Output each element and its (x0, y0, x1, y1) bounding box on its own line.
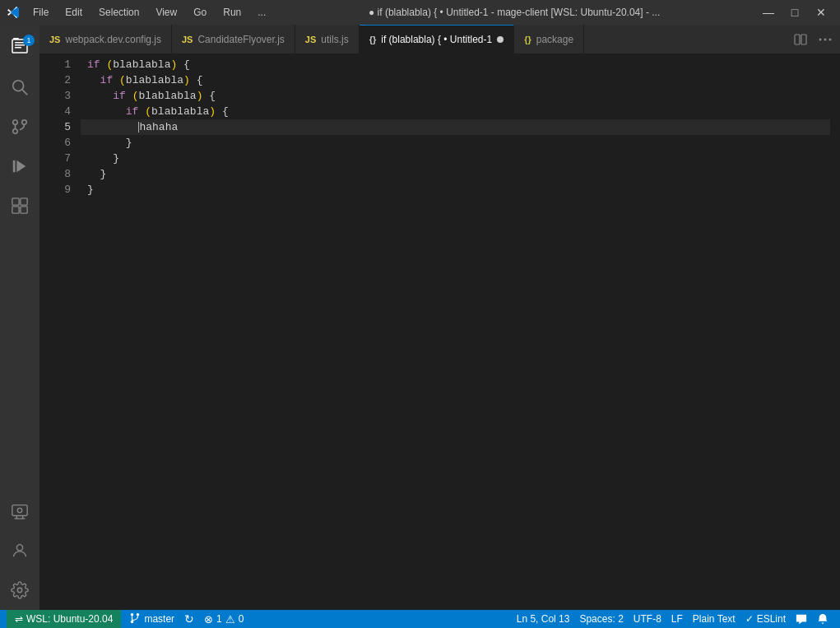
menu-more[interactable]: ... (251, 5, 272, 20)
tab-candidate[interactable]: JS CandidateFlyover.js (172, 25, 295, 53)
title-bar: File Edit Selection View Go Run ... ● if… (0, 0, 840, 25)
minimize-button[interactable]: — (756, 4, 781, 21)
extensions-activity-icon[interactable] (0, 186, 39, 226)
explorer-badge: 1 (23, 35, 35, 46)
code-line-5: hahaha (81, 119, 830, 135)
menu-view[interactable]: View (149, 5, 183, 20)
split-editor-button[interactable] (789, 28, 812, 51)
editor-scrollbar[interactable] (830, 53, 840, 610)
tab-js-icon-3: JS (305, 35, 316, 44)
menu-go[interactable]: Go (187, 5, 213, 20)
tab-utils[interactable]: JS utils.js (295, 25, 360, 53)
close-button[interactable]: ✕ (809, 4, 833, 21)
remote-activity-icon[interactable] (0, 491, 39, 531)
errors-item[interactable]: ⊗ 1 ⚠ 0 (199, 610, 248, 628)
svg-rect-12 (12, 198, 19, 205)
svg-rect-13 (21, 198, 27, 205)
encoding-label: UTF-8 (633, 613, 661, 625)
tab-package-label: package (536, 34, 573, 45)
svg-point-8 (22, 120, 27, 125)
accounts-activity-icon[interactable] (0, 531, 39, 570)
language-mode-item[interactable]: Plain Text (688, 610, 740, 628)
window-title: ● if (blablabla) { • Untitled-1 - mage-c… (279, 7, 750, 18)
editor-content[interactable]: 1 2 3 4 5 6 7 8 9 if (blablabla) { if (b… (39, 53, 840, 610)
tab-js-icon-2: JS (182, 35, 193, 44)
svg-marker-10 (16, 160, 26, 173)
code-line-8: } (81, 166, 830, 182)
activity-bar: 1 (0, 25, 39, 610)
code-line-2: if (blablabla) { (81, 72, 830, 88)
svg-point-5 (13, 81, 24, 91)
svg-point-9 (13, 129, 18, 134)
feedback-icon[interactable] (791, 610, 812, 628)
explorer-icon[interactable]: 1 (0, 28, 39, 67)
svg-point-22 (17, 588, 22, 593)
svg-rect-23 (795, 35, 800, 44)
code-line-4: if (blablabla) { (81, 104, 830, 119)
menu-selection[interactable]: Selection (92, 5, 146, 20)
code-line-9: } (81, 182, 830, 198)
menu-file[interactable]: File (26, 5, 55, 20)
tab-json-icon: {} (524, 35, 531, 44)
warning-icon: ⚠ (225, 613, 235, 626)
remote-label: WSL: Ubuntu-20.04 (26, 613, 113, 625)
error-count: 1 (216, 613, 222, 625)
menu-run[interactable]: Run (216, 5, 248, 20)
line-ending-label: LF (671, 613, 683, 625)
sync-button[interactable]: ↻ (179, 610, 199, 628)
tab-untitled-label: if (blablabla) { • Untitled-1 (381, 34, 492, 45)
svg-point-20 (17, 508, 22, 513)
code-line-7: } (81, 151, 830, 166)
git-branch-item[interactable]: master (124, 610, 179, 628)
tabs-actions (789, 25, 840, 53)
line-num-6: 6 (39, 135, 71, 151)
indentation-item[interactable]: Spaces: 2 (574, 610, 628, 628)
code-editor[interactable]: if (blablabla) { if (blablabla) { if (bl… (81, 53, 830, 610)
vscode-icon (7, 6, 20, 19)
line-num-3: 3 (39, 88, 71, 104)
tab-package[interactable]: {} package (514, 25, 584, 53)
encoding-item[interactable]: UTF-8 (629, 610, 666, 628)
source-control-activity-icon[interactable] (0, 107, 39, 147)
tabs-bar: JS webpack.dev.config.js JS CandidateFly… (39, 25, 840, 53)
svg-rect-4 (15, 47, 21, 49)
run-debug-activity-icon[interactable] (0, 147, 39, 186)
window-controls: — □ ✕ (756, 4, 833, 21)
code-line-3: if (blablabla) { (81, 88, 830, 104)
eslint-label: ESLint (757, 613, 786, 625)
settings-activity-icon[interactable] (0, 570, 39, 610)
menu-edit[interactable]: Edit (58, 5, 89, 20)
svg-point-25 (819, 38, 822, 40)
editor-area: JS webpack.dev.config.js JS CandidateFly… (39, 25, 840, 610)
code-line-6: } (81, 135, 830, 151)
svg-rect-16 (12, 505, 27, 516)
line-num-4: 4 (39, 104, 71, 119)
svg-point-21 (16, 545, 22, 551)
svg-rect-15 (21, 207, 27, 213)
eslint-item[interactable]: ✓ ESLint (740, 610, 791, 628)
line-num-1: 1 (39, 57, 71, 72)
line-ending-item[interactable]: LF (666, 610, 688, 628)
more-actions-button[interactable] (814, 28, 837, 51)
indentation-label: Spaces: 2 (579, 613, 623, 625)
main-layout: 1 (0, 25, 840, 610)
tab-js-icon: JS (49, 35, 60, 44)
svg-point-28 (131, 612, 134, 616)
line-num-9: 9 (39, 182, 71, 198)
remote-indicator[interactable]: ⇌ WSL: Ubuntu-20.04 (7, 610, 121, 628)
tab-webpack[interactable]: JS webpack.dev.config.js (39, 25, 172, 53)
search-activity-icon[interactable] (0, 67, 39, 107)
maximize-button[interactable]: □ (782, 4, 807, 21)
line-num-8: 8 (39, 166, 71, 182)
svg-point-27 (829, 38, 832, 40)
line-num-2: 2 (39, 72, 71, 88)
code-line-1: if (blablabla) { (81, 57, 830, 72)
cursor-position-label: Ln 5, Col 13 (517, 613, 570, 625)
svg-rect-24 (801, 35, 806, 44)
tab-untitled[interactable]: {} if (blablabla) { • Untitled-1 (360, 25, 515, 53)
cursor-position-item[interactable]: Ln 5, Col 13 (512, 610, 575, 628)
tab-utils-label: utils.js (321, 34, 348, 45)
svg-point-29 (137, 612, 140, 616)
line-numbers: 1 2 3 4 5 6 7 8 9 (39, 53, 81, 610)
notifications-button[interactable] (812, 610, 833, 628)
